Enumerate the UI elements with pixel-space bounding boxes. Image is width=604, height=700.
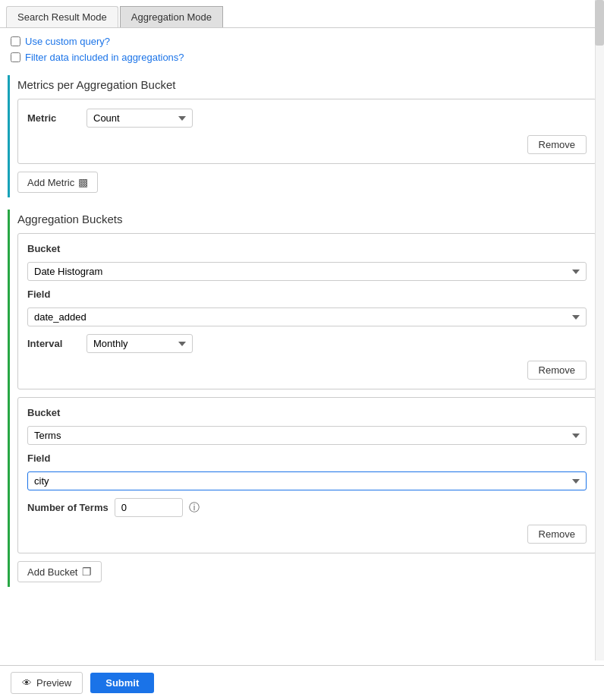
- bucket1-field-label: Field: [27, 289, 80, 300]
- bucket-card-1: Bucket Date Histogram Terms Range Histog…: [17, 233, 596, 389]
- eye-icon: 👁: [22, 677, 32, 689]
- metrics-section: Metrics per Aggregation Bucket Metric Co…: [8, 75, 596, 197]
- bucket1-bucket-label: Bucket: [27, 243, 80, 254]
- metric-select[interactable]: Count Sum Average Min Max: [87, 109, 193, 128]
- aggregation-section-title: Aggregation Buckets: [17, 210, 596, 225]
- bucket2-field-row: Field: [27, 452, 587, 464]
- add-metric-icon: ▩: [78, 176, 88, 188]
- bucket1-interval-select[interactable]: Monthly Daily Weekly Yearly: [87, 334, 193, 353]
- bucket1-bucket-row: Bucket: [27, 243, 587, 254]
- metric-remove-button[interactable]: Remove: [527, 135, 587, 154]
- metric-field-row: Metric Count Sum Average Min Max: [27, 109, 587, 128]
- filter-data-row: Filter data included in aggregations?: [11, 52, 593, 63]
- bucket1-bucket-select[interactable]: Date Histogram Terms Range Histogram: [27, 262, 587, 281]
- scrollbar-thumb[interactable]: [595, 0, 604, 46]
- bucket1-field-select[interactable]: date_added city name type: [27, 307, 587, 326]
- tab-aggregation[interactable]: Aggregation Mode: [120, 6, 223, 27]
- add-metric-label: Add Metric: [27, 177, 74, 188]
- info-icon[interactable]: ⓘ: [189, 501, 200, 515]
- bucket2-numterms-row: Number of Terms ⓘ: [27, 498, 587, 517]
- custom-query-label: Use custom query?: [25, 36, 110, 47]
- add-bucket-icon: ❐: [82, 566, 92, 578]
- aggregation-section: Aggregation Buckets Bucket Date Histogra…: [8, 210, 596, 587]
- custom-query-checkbox[interactable]: [11, 36, 20, 46]
- filter-data-checkbox[interactable]: [11, 52, 20, 62]
- bucket2-bucket-label: Bucket: [27, 407, 80, 418]
- submit-button[interactable]: Submit: [90, 673, 154, 693]
- add-bucket-label: Add Bucket: [27, 566, 78, 578]
- main-content: Metrics per Aggregation Bucket Metric Co…: [0, 75, 604, 587]
- bucket1-interval-label: Interval: [27, 338, 80, 349]
- bucket2-field-select[interactable]: city date_added name type: [27, 471, 587, 490]
- bucket2-numterms-input[interactable]: [115, 498, 183, 517]
- add-bucket-button[interactable]: Add Bucket ❐: [17, 561, 102, 582]
- scrollbar-track[interactable]: [595, 0, 604, 661]
- preview-button[interactable]: 👁 Preview: [11, 672, 83, 694]
- add-metric-button[interactable]: Add Metric ▩: [17, 172, 98, 193]
- checkboxes-section: Use custom query? Filter data included i…: [0, 28, 604, 75]
- metric-label: Metric: [27, 112, 80, 124]
- bucket2-bucket-row: Bucket: [27, 407, 587, 418]
- custom-query-row: Use custom query?: [11, 36, 593, 47]
- bucket-card-2: Bucket Terms Date Histogram Range Histog…: [17, 397, 596, 553]
- bucket1-interval-row: Interval Monthly Daily Weekly Yearly: [27, 334, 587, 353]
- bottom-toolbar: 👁 Preview Submit: [0, 665, 604, 700]
- preview-label: Preview: [36, 677, 71, 689]
- bucket1-field-row: Field: [27, 289, 587, 300]
- bucket2-field-label: Field: [27, 452, 80, 464]
- bucket2-bucket-select[interactable]: Terms Date Histogram Range Histogram: [27, 426, 587, 445]
- bucket1-remove-button[interactable]: Remove: [527, 361, 587, 380]
- metrics-section-title: Metrics per Aggregation Bucket: [17, 75, 596, 91]
- tabs-bar: Search Result Mode Aggregation Mode: [0, 0, 604, 28]
- bucket2-numterms-label: Number of Terms: [27, 502, 109, 513]
- tab-search-result[interactable]: Search Result Mode: [6, 6, 118, 27]
- metric-card: Metric Count Sum Average Min Max Remove: [17, 99, 596, 164]
- bucket2-remove-button[interactable]: Remove: [527, 525, 587, 544]
- filter-data-label: Filter data included in aggregations?: [25, 52, 184, 63]
